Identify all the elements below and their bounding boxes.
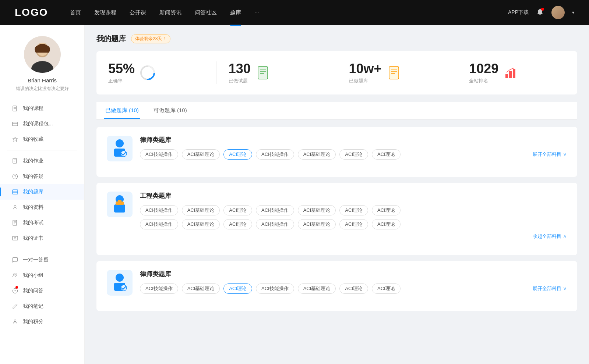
qb-card-engineer: 工程类题库 ACI技能操作 ACI基础理论 ACI理论 ACI技能操作 ACI基… [96, 183, 577, 255]
app-download-button[interactable]: APP下载 [508, 9, 529, 16]
svg-point-52 [116, 274, 124, 282]
sidebar-item-questions[interactable]: ? 我的问答 [0, 283, 84, 299]
sidebar-item-question-bank-label: 我的题库 [23, 189, 43, 195]
sidebar-item-favorites-label: 我的收藏 [23, 136, 43, 143]
svg-point-45 [116, 139, 124, 147]
qb-tag[interactable]: ACI技能操作 [140, 149, 178, 160]
avatar-chevron-icon[interactable]: ▾ [572, 10, 574, 15]
qb-tag[interactable]: ACI基础理论 [298, 219, 336, 229]
done-banks-icon [387, 65, 402, 81]
qb-tag[interactable]: ACI基础理论 [182, 149, 220, 160]
sidebar-item-profile-label: 我的资料 [23, 204, 43, 211]
qb-tag[interactable]: ACI理论 [223, 205, 252, 215]
qb-tag[interactable]: ACI理论 [339, 149, 368, 160]
sidebar-item-certificate[interactable]: 我的证书 [0, 231, 84, 246]
sidebar-item-qa-label: 我的答疑 [23, 173, 43, 180]
expand-button-3[interactable]: 展开全部科目 ∨ [533, 285, 567, 292]
notification-bell[interactable] [536, 8, 544, 17]
nav-item-discover[interactable]: 发现课程 [94, 8, 116, 18]
nav-item-open-course[interactable]: 公开课 [130, 8, 146, 18]
collapse-button[interactable]: 收起全部科目 ∧ [533, 233, 567, 240]
divider-1 [7, 150, 77, 150]
sidebar-item-groups[interactable]: 我的小组 [0, 268, 84, 283]
stat-accuracy: 55% 正确率 [96, 61, 217, 84]
qb-tag[interactable]: ACI理论 [339, 205, 368, 215]
sidebar-item-notes[interactable]: 我的笔记 [0, 299, 84, 314]
nav-item-more[interactable]: ··· [254, 8, 259, 18]
site-rank-icon [504, 65, 519, 81]
sidebar-item-points[interactable]: 我的积分 [0, 314, 84, 329]
qb-tag[interactable]: ACI技能操作 [256, 205, 294, 215]
sidebar-item-qa[interactable]: ? 我的答疑 [0, 169, 84, 184]
qb-tag[interactable]: ACI基础理论 [298, 205, 336, 215]
qb-tag[interactable]: ACI基础理论 [182, 205, 220, 215]
sidebar-item-course-packages[interactable]: 我的课程包... [0, 116, 84, 132]
stat-accuracy-text: 55% 正确率 [108, 61, 135, 84]
sidebar-item-exam[interactable]: 我的考试 [0, 215, 84, 231]
qb-tag[interactable]: ACI理论 [339, 283, 368, 294]
qb-tag[interactable]: ACI基础理论 [298, 283, 336, 294]
svg-point-17 [14, 206, 16, 207]
groups-icon [12, 272, 18, 279]
qb-engineer-footer: 收起全部科目 ∧ [140, 233, 567, 240]
sidebar-item-homework[interactable]: 我的作业 [0, 153, 84, 169]
one-on-one-icon [12, 257, 18, 263]
certificate-icon [12, 235, 18, 242]
sidebar-avatar [24, 36, 61, 73]
qb-tag[interactable]: ACI技能操作 [256, 283, 294, 294]
nav-item-questionbank[interactable]: 题库 [230, 8, 241, 18]
tab-done-banks[interactable]: 已做题库 (10) [104, 102, 140, 119]
qb-lawyer-2-tags: ACI技能操作 ACI基础理论 ACI理论 ACI技能操作 ACI基础理论 AC… [140, 283, 567, 294]
qb-tag[interactable]: ACI理论 [223, 219, 252, 229]
qb-lawyer-2-body: 律师类题库 ACI技能操作 ACI基础理论 ACI理论 ACI技能操作 ACI基… [140, 270, 567, 294]
stat-site-rank: 1029 全站排名 [457, 61, 577, 84]
qb-tag[interactable]: ACI技能操作 [256, 149, 294, 160]
qb-tag[interactable]: ACI理论 [372, 219, 401, 229]
nav-item-home[interactable]: 首页 [70, 8, 81, 18]
homework-icon [12, 158, 18, 164]
notification-dot [541, 8, 544, 11]
qb-tag[interactable]: ACI理论 [372, 283, 401, 294]
qb-lawyer-1-body: 律师类题库 ACI技能操作 ACI基础理论 ACI理论 ACI技能操作 ACI基… [140, 136, 567, 160]
tab-available-banks[interactable]: 可做题库 (10) [152, 102, 188, 119]
qb-tag[interactable]: ACI基础理论 [182, 283, 220, 294]
sidebar-item-one-on-one-label: 一对一答疑 [23, 257, 49, 263]
sidebar-item-question-bank[interactable]: 我的题库 [0, 184, 84, 200]
qb-tag[interactable]: ACI基础理论 [298, 149, 336, 160]
nav-item-news[interactable]: 新闻资讯 [159, 8, 181, 18]
main-layout: Brian Harris 错误的决定比没有决定要好 我的课程 我的课程包... … [0, 25, 589, 364]
qb-tag[interactable]: ACI理论 [339, 219, 368, 229]
qb-tag[interactable]: ACI理论 [372, 205, 401, 215]
sidebar-item-courses-label: 我的课程 [23, 105, 43, 112]
qb-engineer-tags-row1: ACI技能操作 ACI基础理论 ACI理论 ACI技能操作 ACI基础理论 AC… [140, 205, 567, 215]
sidebar-item-profile[interactable]: 我的资料 [0, 200, 84, 215]
qb-tag-active[interactable]: ACI理论 [223, 149, 252, 160]
page-title: 我的题库 [96, 34, 126, 44]
svg-rect-22 [13, 236, 18, 240]
courses-icon [12, 105, 18, 112]
qb-tag-active[interactable]: ACI理论 [223, 283, 252, 294]
qb-tag[interactable]: ACI理论 [372, 149, 401, 160]
accuracy-chart-icon [140, 65, 155, 81]
svg-rect-44 [513, 69, 515, 78]
stat-done-questions-label: 已做试题 [229, 78, 251, 84]
qb-tag[interactable]: ACI技能操作 [140, 219, 178, 229]
qb-tag[interactable]: ACI技能操作 [140, 205, 178, 215]
sidebar-item-one-on-one[interactable]: 一对一答疑 [0, 252, 84, 268]
tabs-row: 已做题库 (10) 可做题库 (10) [96, 102, 577, 119]
expand-button-1[interactable]: 展开全部科目 ∨ [533, 151, 567, 158]
stat-done-banks-text: 10w+ 已做题库 [349, 61, 382, 84]
qb-lawyer-1-tags: ACI技能操作 ACI基础理论 ACI理论 ACI技能操作 ACI基础理论 AC… [140, 149, 567, 160]
qb-engineer-title: 工程类题库 [140, 192, 567, 200]
svg-rect-42 [505, 74, 508, 78]
sidebar-item-favorites[interactable]: 我的收藏 [0, 132, 84, 147]
nav-item-qa[interactable]: 问答社区 [195, 8, 217, 18]
avatar[interactable] [551, 6, 565, 19]
sidebar-item-courses[interactable]: 我的课程 [0, 101, 84, 116]
qb-tag[interactable]: ACI技能操作 [140, 283, 178, 294]
svg-rect-51 [118, 200, 121, 202]
svg-point-28 [14, 320, 16, 322]
logo: LOGO [15, 7, 48, 18]
qb-tag[interactable]: ACI基础理论 [182, 219, 220, 229]
qb-tag[interactable]: ACI技能操作 [256, 219, 294, 229]
